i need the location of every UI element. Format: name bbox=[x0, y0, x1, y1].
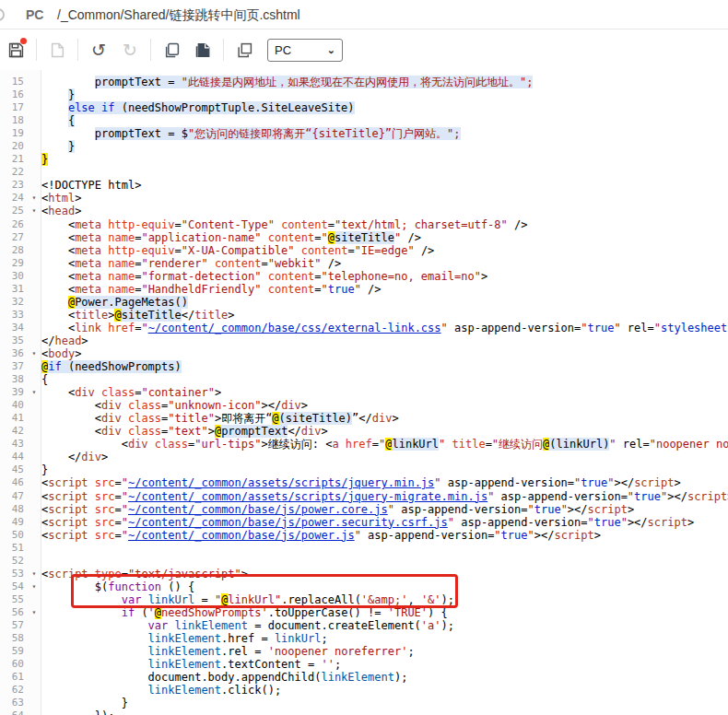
code-line: 18 { bbox=[0, 114, 728, 127]
fold-arrow-icon[interactable]: ▾ bbox=[27, 192, 41, 205]
line-number: 25 bbox=[0, 205, 27, 217]
fold-arrow-icon[interactable]: ▾ bbox=[27, 580, 41, 593]
code-line: 36▾<body> bbox=[0, 347, 728, 360]
code-text: linkElement.click(); bbox=[41, 684, 728, 697]
fold-arrow-icon[interactable]: ▾ bbox=[27, 347, 41, 360]
code-text: var linkUrl = "@linkUrl".replaceAll('&am… bbox=[41, 593, 728, 606]
code-line: 47<script src="~/content/_common/assets/… bbox=[0, 490, 728, 503]
line-number: 18 bbox=[0, 114, 27, 127]
line-number: 27 bbox=[0, 231, 27, 244]
save-button[interactable] bbox=[4, 38, 28, 62]
line-number: 57 bbox=[0, 619, 27, 632]
code-line: 50<script src="~/content/_common/base/js… bbox=[0, 529, 728, 542]
code-text: <script src="~/content/_common/base/js/p… bbox=[41, 503, 728, 516]
code-line: 60 linkElement.textContent = ''; bbox=[0, 658, 728, 671]
line-number: 29 bbox=[0, 257, 27, 270]
code-line: 62 linkElement.click(); bbox=[0, 684, 728, 697]
fold-gutter bbox=[27, 283, 41, 296]
fold-gutter bbox=[27, 88, 41, 101]
code-editor[interactable]: 15 promptText = "此链接是内网地址，如果您现在不在内网使用，将无… bbox=[0, 70, 728, 715]
fold-gutter bbox=[27, 179, 41, 192]
fold-gutter bbox=[27, 555, 41, 568]
fold-gutter bbox=[27, 153, 41, 166]
copy-button[interactable] bbox=[159, 38, 183, 62]
line-number: 49 bbox=[0, 516, 27, 529]
fold-gutter bbox=[27, 490, 41, 503]
code-line: 48<script src="~/content/_common/base/js… bbox=[0, 503, 728, 516]
fold-gutter bbox=[27, 463, 41, 476]
code-text: document.body.appendChild(linkElement); bbox=[41, 671, 728, 684]
redo-button[interactable]: ↻ bbox=[118, 38, 142, 62]
panel-toggle-icon[interactable] bbox=[0, 8, 5, 21]
line-number: 64 bbox=[0, 709, 27, 715]
fold-gutter bbox=[27, 373, 41, 386]
duplicate-button[interactable] bbox=[232, 38, 256, 62]
code-text: { bbox=[41, 114, 728, 127]
undo-button[interactable]: ↺ bbox=[87, 38, 111, 62]
code-line: 37@if (needShowPrompts) bbox=[0, 360, 728, 373]
fold-gutter bbox=[27, 244, 41, 257]
code-text: var linkElement = document.createElement… bbox=[41, 619, 728, 632]
line-number: 63 bbox=[0, 697, 27, 709]
toolbar: ↺ ↻ PC ⌄ bbox=[0, 30, 728, 69]
line-number: 59 bbox=[0, 645, 27, 658]
code-text: <title>@siteTitle</title> bbox=[41, 309, 728, 322]
line-number: 48 bbox=[0, 503, 27, 516]
paste-button[interactable] bbox=[191, 38, 215, 62]
new-file-button[interactable] bbox=[45, 38, 69, 62]
fold-gutter bbox=[27, 632, 41, 645]
fold-arrow-icon[interactable]: ▾ bbox=[27, 568, 41, 580]
code-line: 56▾ if ('@needShowPrompts'.toUpperCase()… bbox=[0, 606, 728, 619]
code-text: <script src="~/content/_common/base/js/p… bbox=[41, 529, 728, 542]
code-text: linkElement.rel = 'noopener noreferrer'; bbox=[41, 645, 728, 658]
line-number: 15 bbox=[0, 76, 27, 88]
line-number: 62 bbox=[0, 684, 27, 697]
fold-arrow-icon[interactable]: ▾ bbox=[27, 606, 41, 619]
fold-gutter bbox=[27, 645, 41, 658]
code-text: <html> bbox=[41, 192, 728, 205]
code-line: 29 <meta name="renderer" content="webkit… bbox=[0, 257, 728, 270]
code-line: 64 }); bbox=[0, 709, 728, 715]
code-text: } bbox=[41, 153, 728, 166]
line-number: 51 bbox=[0, 542, 27, 555]
line-number: 40 bbox=[0, 399, 27, 412]
code-text: <script src="~/content/_common/assets/sc… bbox=[41, 490, 728, 503]
line-number: 28 bbox=[0, 244, 27, 257]
copy-icon bbox=[164, 42, 180, 58]
code-text: <div class="url-tips">继续访问: <a href="@li… bbox=[41, 438, 728, 451]
code-line: 49<script src="~/content/_common/base/js… bbox=[0, 516, 728, 529]
fold-gutter bbox=[27, 619, 41, 632]
fold-gutter bbox=[27, 166, 41, 179]
code-line: 61 document.body.appendChild(linkElement… bbox=[0, 671, 728, 684]
code-line: 17 else if (needShowPromptTuple.SiteLeav… bbox=[0, 101, 728, 114]
line-number: 58 bbox=[0, 632, 27, 645]
code-line: 27 <meta name="application-name" content… bbox=[0, 231, 728, 244]
code-line: 57 var linkElement = document.createElem… bbox=[0, 619, 728, 632]
code-line: 63 } bbox=[0, 697, 728, 709]
title-bar: PC /_Common/Shared/链接跳转中间页.cshtml bbox=[0, 0, 728, 29]
code-text: <meta name="HandheldFriendly" content="t… bbox=[41, 283, 728, 296]
fold-gutter bbox=[27, 114, 41, 127]
fold-arrow-icon[interactable]: ▾ bbox=[27, 386, 41, 399]
fold-gutter bbox=[27, 451, 41, 463]
fold-arrow-icon[interactable]: ▾ bbox=[27, 205, 41, 217]
code-text: <meta http-equiv="Content-Type" content=… bbox=[41, 218, 728, 231]
code-line: 15 promptText = "此链接是内网地址，如果您现在不在内网使用，将无… bbox=[0, 76, 728, 88]
fold-gutter bbox=[27, 503, 41, 516]
code-text bbox=[41, 542, 728, 555]
undo-icon: ↺ bbox=[91, 41, 106, 59]
code-line: 22 bbox=[0, 166, 728, 179]
fold-gutter bbox=[27, 709, 41, 715]
line-number: 24 bbox=[0, 192, 27, 205]
line-number: 16 bbox=[0, 88, 27, 101]
device-select[interactable]: PC ⌄ bbox=[267, 39, 343, 62]
fold-gutter bbox=[27, 231, 41, 244]
fold-gutter bbox=[27, 684, 41, 697]
fold-gutter bbox=[27, 697, 41, 709]
line-number: 26 bbox=[0, 218, 27, 231]
line-number: 17 bbox=[0, 101, 27, 114]
fold-gutter bbox=[27, 76, 41, 88]
fold-gutter bbox=[27, 412, 41, 425]
fold-gutter bbox=[27, 101, 41, 114]
code-line: 35</head> bbox=[0, 334, 728, 347]
